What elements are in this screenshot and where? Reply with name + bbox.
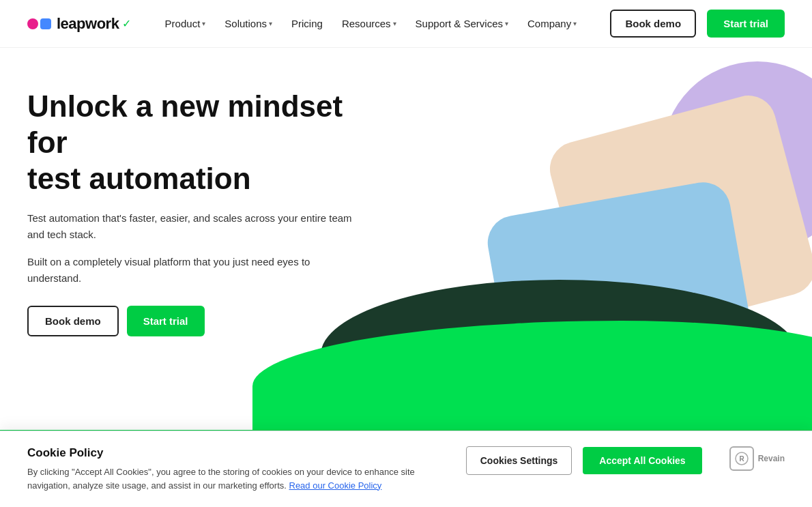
accept-all-cookies-button[interactable]: Accept All Cookies: [583, 447, 701, 474]
chevron-down-icon: ▾: [202, 20, 205, 27]
nav-item-pricing[interactable]: Pricing: [291, 18, 323, 29]
chevron-down-icon: ▾: [393, 20, 396, 27]
cookie-text-block: Cookie Policy By clicking "Accept All Co…: [27, 446, 439, 475]
logo-check-icon: ✓: [122, 17, 131, 30]
hero-heading: Unlock a new mindset for test automation: [27, 89, 355, 197]
svg-text:R: R: [739, 455, 744, 463]
logo[interactable]: leapwork ✓: [27, 15, 131, 33]
hero-buttons: Book demo Start trial: [27, 306, 355, 336]
cookie-settings-button[interactable]: Cookies Settings: [466, 446, 572, 475]
logo-text: leapwork: [57, 15, 119, 33]
cookie-body: By clicking "Accept All Cookies", you ag…: [27, 465, 439, 475]
cookie-title: Cookie Policy: [27, 446, 439, 460]
navbar: leapwork ✓ Product ▾ Solutions ▾ Pricing…: [0, 0, 812, 48]
hero-subtext-2: Built on a completely visual platform th…: [27, 254, 355, 287]
chevron-down-icon: ▾: [269, 20, 272, 27]
hero-subtext-1: Test automation that's faster, easier, a…: [27, 210, 355, 243]
chevron-down-icon: ▾: [573, 20, 577, 27]
nav-item-solutions[interactable]: Solutions ▾: [224, 18, 272, 29]
logo-dot-pink: [27, 18, 38, 29]
nav-item-product[interactable]: Product ▾: [165, 18, 206, 29]
nav-actions: Book demo Start trial: [610, 10, 785, 38]
hero-book-demo-button[interactable]: Book demo: [27, 306, 119, 336]
nav-item-company[interactable]: Company ▾: [527, 18, 577, 29]
hero-content: Unlock a new mindset for test automation…: [27, 89, 355, 336]
hero-shapes: [389, 48, 812, 430]
hero-section: Unlock a new mindset for test automation…: [0, 48, 812, 430]
nav-item-resources[interactable]: Resources ▾: [342, 18, 396, 29]
logo-icon: [27, 18, 51, 29]
logo-dot-blue: [40, 18, 51, 29]
cookie-banner: Cookie Policy By clicking "Accept All Co…: [0, 431, 812, 475]
hero-start-trial-button[interactable]: Start trial: [127, 306, 205, 336]
revain-label: Revain: [758, 454, 785, 463]
nav-start-trial-button[interactable]: Start trial: [707, 10, 785, 38]
nav-links: Product ▾ Solutions ▾ Pricing Resources …: [165, 18, 577, 29]
nav-item-support[interactable]: Support & Services ▾: [416, 18, 508, 29]
nav-book-demo-button[interactable]: Book demo: [610, 10, 696, 38]
revain-badge: R Revain: [729, 446, 785, 471]
chevron-down-icon: ▾: [505, 20, 508, 27]
cookie-actions: Cookies Settings Accept All Cookies: [466, 446, 702, 475]
revain-logo-icon: R: [735, 452, 749, 465]
revain-icon: R: [729, 446, 754, 471]
